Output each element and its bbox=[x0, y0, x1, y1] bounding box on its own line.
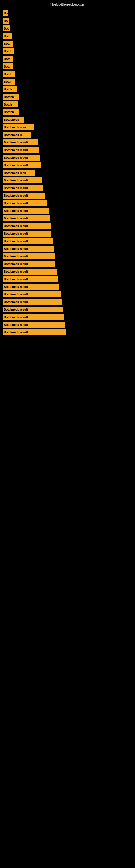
result-bar: Bottleneck result bbox=[3, 147, 39, 153]
bar-row: Bottlen bbox=[3, 109, 135, 115]
result-bar: Bottleneck result bbox=[3, 329, 66, 335]
bar-row: Bottl bbox=[3, 48, 135, 54]
bar-row: Bottleneck result bbox=[3, 155, 135, 161]
bar-row: Bottleneck result bbox=[3, 314, 135, 320]
bar-row: Bottleneck result bbox=[3, 223, 135, 229]
result-bar: Bo bbox=[3, 10, 8, 16]
result-bar: Bottleneck result bbox=[3, 185, 43, 191]
result-bar: Bottleneck result bbox=[3, 223, 51, 229]
result-bar: Bottleneck result bbox=[3, 322, 65, 328]
bar-row: Bot bbox=[3, 26, 135, 31]
bar-row: Bottleneck result bbox=[3, 246, 135, 252]
result-bar: Bottleneck result bbox=[3, 215, 50, 221]
result-bar: Bottleneck result bbox=[3, 261, 55, 267]
result-bar: Bottleneck result bbox=[3, 291, 61, 297]
result-bar: Bott bbox=[3, 63, 13, 69]
bars-container: BoBoBotBottBottBottlBottBottBottlBottlBo… bbox=[0, 8, 135, 335]
bar-row: Bottleneck result bbox=[3, 208, 135, 214]
result-bar: Bottleneck result bbox=[3, 230, 51, 237]
bar-row: Bottleneck result bbox=[3, 261, 135, 267]
site-title: TheBottlenecker.com bbox=[0, 0, 135, 8]
bar-row: Bottleneck result bbox=[3, 291, 135, 297]
bar-row: Bottleneck result bbox=[3, 177, 135, 183]
bar-row: Bottleneck result bbox=[3, 215, 135, 221]
result-bar: Bottleneck result bbox=[3, 246, 54, 252]
bar-row: Bottleneck result bbox=[3, 329, 135, 335]
bar-row: Bottleneck result bbox=[3, 307, 135, 312]
result-bar: Bottleneck bbox=[3, 117, 24, 123]
result-bar: Bottleneck result bbox=[3, 140, 38, 145]
result-bar: Bottleneck re bbox=[3, 132, 31, 138]
result-bar: Bottleneck result bbox=[3, 307, 63, 312]
bar-row: Bottleneck resu bbox=[3, 124, 135, 130]
result-bar: Bottl bbox=[3, 48, 14, 54]
bar-row: Bottleneck result bbox=[3, 147, 135, 153]
bar-row: Bottl bbox=[3, 71, 135, 77]
bar-row: Bottleneck resu bbox=[3, 170, 135, 176]
bar-row: Bott bbox=[3, 56, 135, 62]
result-bar: Bott bbox=[3, 33, 12, 39]
result-bar: Bottleneck result bbox=[3, 193, 45, 198]
result-bar: Bottle bbox=[3, 101, 17, 107]
bar-row: Bottleneck re bbox=[3, 132, 135, 138]
bar-row: Bott bbox=[3, 63, 135, 69]
result-bar: Bottleneck result bbox=[3, 276, 58, 282]
bar-row: Bottleneck result bbox=[3, 200, 135, 206]
bar-row: Bottleneck result bbox=[3, 276, 135, 282]
result-bar: Bottleneck result bbox=[3, 238, 53, 244]
result-bar: Bottl bbox=[3, 71, 14, 77]
bar-row: Bottleneck result bbox=[3, 269, 135, 275]
bar-row: Bo bbox=[3, 18, 135, 24]
result-bar: Bottleneck result bbox=[3, 162, 41, 168]
result-bar: Bottlen bbox=[3, 109, 19, 115]
result-bar: Bottlen bbox=[3, 94, 19, 100]
bar-row: Bottleneck result bbox=[3, 193, 135, 198]
result-bar: Bottleneck result bbox=[3, 314, 64, 320]
bar-row: Bottle bbox=[3, 86, 135, 92]
bar-row: Bottl bbox=[3, 79, 135, 85]
result-bar: Bottleneck resu bbox=[3, 124, 34, 130]
bar-row: Bottleneck bbox=[3, 117, 135, 123]
bar-row: Bottleneck result bbox=[3, 299, 135, 305]
bar-row: Bottleneck result bbox=[3, 238, 135, 244]
bar-row: Bottleneck result bbox=[3, 185, 135, 191]
result-bar: Bottleneck result bbox=[3, 200, 47, 206]
bar-row: Bottleneck result bbox=[3, 253, 135, 259]
result-bar: Bottleneck result bbox=[3, 155, 41, 161]
result-bar: Bottleneck result bbox=[3, 299, 62, 305]
bar-row: Bottlen bbox=[3, 94, 135, 100]
bar-row: Bo bbox=[3, 10, 135, 16]
result-bar: Bottleneck resu bbox=[3, 170, 35, 176]
result-bar: Bo bbox=[3, 18, 9, 24]
result-bar: Bott bbox=[3, 56, 13, 62]
result-bar: Bott bbox=[3, 41, 13, 46]
result-bar: Bot bbox=[3, 26, 10, 31]
result-bar: Bottleneck result bbox=[3, 208, 49, 214]
result-bar: Bottle bbox=[3, 86, 17, 92]
bar-row: Bottle bbox=[3, 101, 135, 107]
result-bar: Bottleneck result bbox=[3, 284, 59, 290]
bar-row: Bottleneck result bbox=[3, 322, 135, 328]
bar-row: Bottleneck result bbox=[3, 140, 135, 145]
result-bar: Bottl bbox=[3, 79, 15, 85]
bar-row: Bottleneck result bbox=[3, 230, 135, 237]
result-bar: Bottleneck result bbox=[3, 253, 55, 259]
bar-row: Bott bbox=[3, 41, 135, 46]
bar-row: Bottleneck result bbox=[3, 162, 135, 168]
result-bar: Bottleneck result bbox=[3, 269, 57, 275]
bar-row: Bottleneck result bbox=[3, 284, 135, 290]
result-bar: Bottleneck result bbox=[3, 177, 42, 183]
bar-row: Bott bbox=[3, 33, 135, 39]
